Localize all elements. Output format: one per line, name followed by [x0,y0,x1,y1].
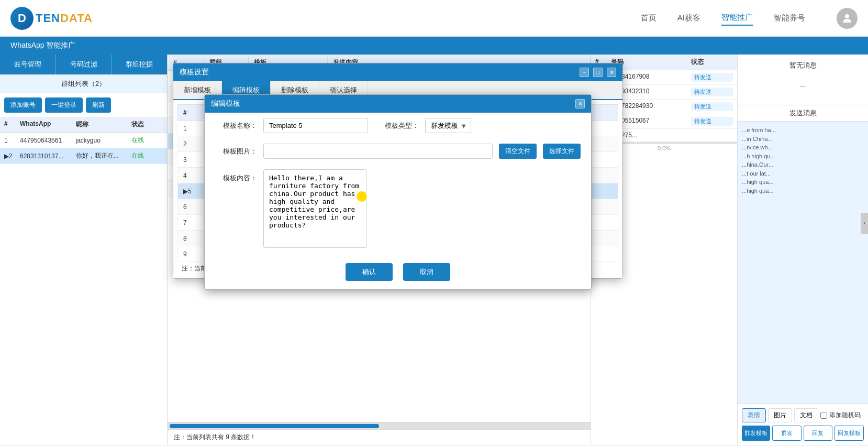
add-account-button[interactable]: 添加账号 [4,97,42,113]
sidebar-tabs: 账号管理 号码过滤 群组挖掘 [0,55,167,75]
bulk-send-template-btn[interactable]: 群发模板 [742,426,770,441]
choose-file-button[interactable]: 选择文件 [543,144,581,159]
group-list-header: 群组列表（2） [0,75,167,93]
bulk-send-btn[interactable]: 群发 [772,426,802,441]
form-name-type-row: 模板名称： 模板类型： 群发模板 私发模板 ▼ [205,113,591,138]
ph-status: 待发送 [691,88,733,96]
row-whatsapp: 62831310137... [20,153,76,160]
no-message-title: 暂无消息 [738,59,868,72]
account-row-1[interactable]: 1 447950643561 jackyguo 在线 [0,133,167,148]
msg-snippet-3: ...rvice wh... [742,143,864,152]
msg-snippet-6: ...t our lat... [742,169,864,178]
left-sidebar: 账号管理 号码过滤 群组挖掘 群组列表（2） 添加账号 一键登录 刷新 # Wh… [0,55,168,445]
tab-document[interactable]: 文档 [794,408,818,422]
edit-template-modal: 编辑模板 ✕ 模板名称： 模板类型： 群发模板 私发模板 ▼ 模板图片： 清空文… [204,94,592,290]
msg-snippet-2: ...in China... [742,135,864,144]
template-name-input[interactable] [263,118,368,133]
right-edge-expand[interactable]: › [861,213,868,234]
tab-row: 表情 图片 文档 添加随机码 [742,408,864,422]
top-navigation: D TENDATA 首页 AI获客 智能推广 智能养号 [0,0,868,37]
edit-modal-title: 编辑模板 [211,99,240,108]
col-nickname: 昵称 [76,120,132,129]
row-status: 在线 [131,136,163,145]
textarea-wrapper: Hello there,I am a furniture factory fro… [263,169,581,249]
col-whatsapp: WhatsApp [20,120,76,129]
logo: D TENDATA [10,7,105,30]
message-content-area: ...e from ha... ...in China... ...rvice … [738,122,868,404]
svg-point-0 [845,14,849,18]
image-label: 模板图片： [215,147,257,156]
template-modal-titlebar: 模板设置 － □ ✕ [173,63,622,81]
col-status: 状态 [131,120,163,129]
account-table-header: # WhatsApp 昵称 状态 [0,117,167,133]
far-right-panel: 暂无消息 — 发送消息 ...e from ha... ...in China.… [737,55,868,445]
nav-home[interactable]: 首页 [641,11,656,25]
name-label: 模板名称： [215,121,257,130]
send-message-title: 发送消息 [738,105,868,122]
nav-smart-care[interactable]: 智能养号 [774,11,805,25]
clear-file-button[interactable]: 清空文件 [499,144,537,159]
ph-status: 待发送 [691,102,733,111]
content-label: 模板内容： [215,173,257,183]
template-modal-title: 模板设置 [180,68,209,77]
sub-header: WhatsApp 智能推广 [0,37,868,55]
cancel-button[interactable]: 取消 [403,263,450,281]
form-image-row: 模板图片： 清空文件 选择文件 [205,138,591,164]
bottom-actions: 表情 图片 文档 添加随机码 群发模板 群发 回复 回复模板 [738,404,868,445]
confirm-button[interactable]: 确认 [346,263,393,281]
msg-snippet-4: ...h high qu... [742,152,864,161]
ph-col-status: 状态 [691,58,733,67]
tab-account-manage[interactable]: 账号管理 [0,55,56,74]
row-status: 在线 [131,151,163,160]
modal-footer: 确认 取消 [205,255,591,289]
inner-close-button[interactable]: ✕ [575,99,585,108]
bottom-note: 注：当前列表共有 9 条数据！ [168,429,591,445]
page-title: WhatsApp 智能推广 [10,41,75,49]
ph-status: 待发送 [691,73,733,82]
tab-number-filter[interactable]: 号码过滤 [56,55,112,74]
minimize-button[interactable]: － [580,68,589,77]
nav-ai[interactable]: AI获客 [677,11,700,25]
msg-snippet-8: ...high qua... [742,187,864,195]
add-random-code-checkbox[interactable] [820,412,827,419]
tab-image[interactable]: 图片 [768,408,792,422]
template-image-input[interactable] [263,144,493,159]
row-id: ▶2 [4,153,20,160]
nav-links: 首页 AI获客 智能推广 智能养号 [105,10,805,26]
account-row-2[interactable]: ▶2 62831310137... 你好，我正在... 在线 [0,148,167,164]
row-nickname: jackyguo [76,137,132,144]
add-random-code-row: 添加随机码 [820,411,861,420]
msg-snippet-7: ...high qua... [742,178,864,187]
maximize-button[interactable]: □ [593,68,603,77]
logo-text: TENDATA [36,12,93,25]
ph-status [691,132,733,139]
reply-btn[interactable]: 回复 [804,426,833,441]
user-avatar[interactable] [837,8,858,29]
msg-snippet-5: ...hina.Our... [742,160,864,169]
close-button[interactable]: ✕ [607,68,616,77]
one-click-login-button[interactable]: 一键登录 [45,97,83,113]
form-content-row: 模板内容： Hello there,I am a furniture facto… [205,164,591,255]
note-text: 注：当前列表共有 9 条数据！ [174,433,256,441]
add-random-code-label: 添加随机码 [829,411,861,420]
titlebar-buttons: － □ ✕ [580,68,616,77]
reply-template-btn[interactable]: 回复模板 [834,426,864,441]
tab-emoji[interactable]: 表情 [742,408,766,422]
nav-smart-promote[interactable]: 智能推广 [721,10,753,26]
tab-group-mine[interactable]: 群组挖掘 [112,55,167,74]
col-id: # [4,120,20,129]
action-row: 添加账号 一键登录 刷新 [0,93,167,117]
row-whatsapp: 447950643561 [20,137,76,144]
template-content-textarea[interactable]: Hello there,I am a furniture factory fro… [263,169,366,248]
row-id: 1 [4,137,20,144]
scrollbar-thumb[interactable] [170,424,379,428]
ph-status: 待发送 [691,117,733,126]
template-type-select[interactable]: 群发模板 私发模板 [425,118,471,133]
no-message-content: — [738,72,868,101]
edit-modal-titlebar: 编辑模板 ✕ [205,95,591,113]
type-label: 模板类型： [385,121,419,130]
horizontal-scrollbar[interactable] [168,422,591,429]
logo-icon: D [10,7,34,30]
row-nickname: 你好，我正在... [76,151,132,160]
refresh-button[interactable]: 刷新 [86,97,111,113]
